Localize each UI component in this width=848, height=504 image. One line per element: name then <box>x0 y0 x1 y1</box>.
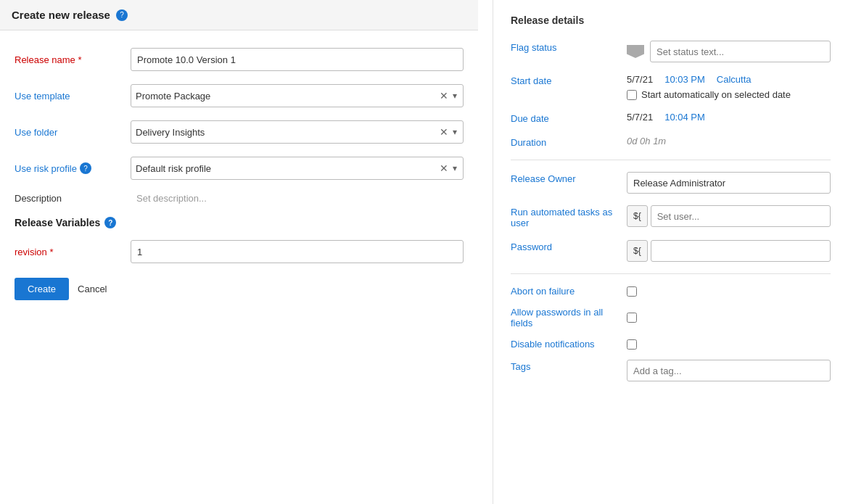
tags-input[interactable] <box>627 360 831 381</box>
use-folder-value: Delivery Insights <box>136 127 437 138</box>
release-name-row: Release name * <box>15 48 464 71</box>
due-date-row: Due date 5/7/21 10:04 PM <box>511 112 831 124</box>
start-date-values: 5/7/21 10:03 PM Calcutta <box>627 74 831 85</box>
page-title: Create new release <box>12 9 110 21</box>
left-form: Release name * Use template Promote Pack… <box>0 48 478 204</box>
variables-section: Release Variables ? revision * <box>0 217 478 263</box>
disable-notifications-row: Disable notifications <box>511 339 831 350</box>
abort-row: Abort on failure <box>511 286 831 297</box>
use-risk-arrow-icon[interactable]: ▾ <box>451 163 458 173</box>
use-risk-clear-icon[interactable]: ✕ <box>437 162 451 174</box>
allow-passwords-checkbox[interactable] <box>627 313 637 323</box>
revision-label: revision * <box>15 247 131 257</box>
run-as-input-group: ${ <box>627 205 831 227</box>
password-input[interactable] <box>651 240 831 262</box>
flag-icon <box>627 45 644 58</box>
duration-label: Duration <box>511 136 627 148</box>
use-template-clear-icon[interactable]: ✕ <box>437 90 451 102</box>
actions-row: Create Cancel <box>0 278 478 300</box>
start-timezone-value[interactable]: Calcutta <box>717 74 752 85</box>
right-panel: Release details Flag status Start date 5… <box>493 0 848 504</box>
start-date-label: Start date <box>511 74 627 86</box>
release-details-title: Release details <box>511 15 831 26</box>
release-name-label: Release name * <box>15 54 131 65</box>
due-date-value: 5/7/21 <box>627 112 653 123</box>
description-label: Description <box>15 193 131 204</box>
use-template-label: Use template <box>15 91 131 102</box>
owner-input[interactable] <box>627 172 831 194</box>
due-date-values: 5/7/21 10:04 PM <box>627 112 831 123</box>
use-folder-arrow-icon[interactable]: ▾ <box>451 127 458 137</box>
due-time-value[interactable]: 10:04 PM <box>664 112 705 123</box>
tags-row: Tags <box>511 360 831 381</box>
run-as-input[interactable] <box>651 205 831 227</box>
disable-notifications-label: Disable notifications <box>511 339 627 350</box>
tags-label: Tags <box>511 360 627 372</box>
use-risk-label: Use risk profile ? <box>15 162 131 174</box>
flag-status-row: Flag status <box>511 41 831 62</box>
variables-help-icon[interactable]: ? <box>104 217 116 228</box>
run-as-label: Run automated tasks as user <box>511 205 627 228</box>
run-as-prefix-btn[interactable]: ${ <box>627 205 648 227</box>
allow-passwords-row: Allow passwords in all fields <box>511 307 831 329</box>
run-as-row: Run automated tasks as user ${ <box>511 205 831 228</box>
divider-1 <box>511 160 831 160</box>
release-name-input[interactable] <box>131 48 464 71</box>
use-template-row: Use template Promote Package ✕ ▾ <box>15 84 464 107</box>
risk-help-icon[interactable]: ? <box>80 162 91 174</box>
use-template-select[interactable]: Promote Package ✕ ▾ <box>131 84 464 107</box>
start-time-value[interactable]: 10:03 PM <box>664 74 705 85</box>
password-row: Password ${ <box>511 240 831 262</box>
start-date-value: 5/7/21 <box>627 74 653 85</box>
use-template-arrow-icon[interactable]: ▾ <box>451 91 458 101</box>
use-folder-label: Use folder <box>15 127 131 138</box>
abort-label: Abort on failure <box>511 286 627 297</box>
use-folder-clear-icon[interactable]: ✕ <box>437 126 451 138</box>
use-risk-value: Default risk profile <box>136 163 437 174</box>
create-button[interactable]: Create <box>15 278 69 300</box>
owner-row: Release Owner <box>511 172 831 194</box>
variables-title: Release Variables ? <box>15 217 464 228</box>
description-placeholder[interactable]: Set description... <box>131 193 464 204</box>
password-label: Password <box>511 240 627 252</box>
divider-2 <box>511 273 831 274</box>
owner-label: Release Owner <box>511 172 627 184</box>
flag-status-label: Flag status <box>511 41 627 53</box>
due-date-label: Due date <box>511 112 627 124</box>
revision-row: revision * <box>15 240 464 263</box>
use-template-value: Promote Package <box>136 91 437 102</box>
use-folder-row: Use folder Delivery Insights ✕ ▾ <box>15 120 464 144</box>
header-help-icon[interactable]: ? <box>116 9 128 21</box>
description-row: Description Set description... <box>15 193 464 204</box>
disable-notifications-checkbox[interactable] <box>627 339 637 350</box>
use-folder-select[interactable]: Delivery Insights ✕ ▾ <box>131 120 464 144</box>
use-risk-select[interactable]: Default risk profile ✕ ▾ <box>131 157 464 180</box>
password-prefix-btn[interactable]: ${ <box>627 240 648 262</box>
abort-checkbox[interactable] <box>627 286 637 297</box>
password-input-group: ${ <box>627 240 831 262</box>
allow-passwords-label: Allow passwords in all fields <box>511 307 627 329</box>
duration-row: Duration 0d 0h 1m <box>511 136 831 148</box>
revision-input[interactable] <box>131 240 464 263</box>
use-risk-row: Use risk profile ? Default risk profile … <box>15 157 464 180</box>
start-auto-checkbox[interactable] <box>627 90 637 100</box>
start-date-row: Start date 5/7/21 10:03 PM Calcutta Star… <box>511 74 831 100</box>
cancel-button[interactable]: Cancel <box>78 284 107 294</box>
flag-status-input[interactable] <box>650 41 831 62</box>
start-auto-label: Start automatically on selected date <box>641 89 791 100</box>
create-release-header: Create new release ? <box>0 0 478 30</box>
duration-value: 0d 0h 1m <box>627 136 666 146</box>
flag-status-value <box>627 41 831 62</box>
start-auto-row: Start automatically on selected date <box>627 89 831 100</box>
